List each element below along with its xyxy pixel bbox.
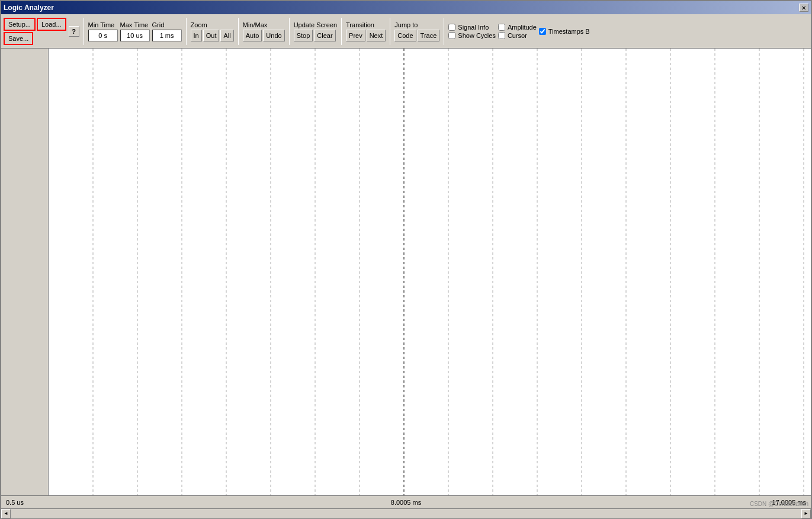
show-cycles-checkbox-item: Show Cycles [448,32,496,39]
divider-5 [341,18,342,45]
clear-button[interactable]: Clear [314,30,335,41]
scrollbar-area: ◄ ► [1,508,811,518]
amplitude-checkbox[interactable] [498,24,505,31]
jump-group: Jump to Code Trace [394,21,439,41]
divider-3 [238,18,239,45]
toolbar: Setup... Load... Save... ? Min Time 0 s … [1,14,811,49]
next-button[interactable]: Next [367,30,386,41]
transition-label: Transition [346,21,374,28]
zoom-buttons: In Out All [191,30,234,41]
code-trace-buttons: Code Trace [394,30,439,41]
jump-to-label: Jump to [394,21,418,28]
setup-load-row: Setup... Load... [4,18,66,31]
scroll-left-button[interactable]: ◄ [1,509,11,518]
amplitude-checkbox-item: Amplitude [498,24,537,31]
grid-value: 1 ms [152,30,182,41]
title-bar: Logic Analyzer ✕ [1,1,811,14]
trace-button[interactable]: Trace [418,30,440,41]
auto-button[interactable]: Auto [243,30,262,41]
zoom-out-button[interactable]: Out [203,30,220,41]
setup-button[interactable]: Setup... [4,18,36,31]
help-button[interactable]: ? [69,26,79,37]
main-window: Logic Analyzer ✕ Setup... Load... Save..… [0,0,812,519]
timestamps-checkbox-item: Timestamps B [539,28,590,35]
transition-group: Transition Prev Next [346,21,386,41]
prev-next-buttons: Prev Next [346,30,386,41]
min-time-group: Min Time 0 s [88,21,118,41]
min-time-label: Min Time [88,21,115,28]
zoom-all-button[interactable]: All [220,30,233,41]
divider-7 [444,18,444,45]
options-checkboxes-3: Timestamps B [539,28,590,35]
timestamps-checkbox[interactable] [539,28,546,35]
window-title: Logic Analyzer [4,4,54,12]
scrollbar-track[interactable] [11,509,801,518]
zoom-in-button[interactable]: In [191,30,202,41]
zoom-label: Zoom [191,21,207,28]
stop-button[interactable]: Stop [294,30,313,41]
options-checkboxes-2: Amplitude Cursor [498,24,537,39]
save-row: Save... [4,32,66,45]
stop-clear-buttons: Stop Clear [294,30,336,41]
divider-6 [390,18,390,45]
grid-label: Grid [152,21,165,28]
scroll-right-button[interactable]: ► [801,509,811,518]
grid-group: Grid 1 ms [152,21,182,41]
max-time-label: Max Time [120,21,149,28]
min-time-value: 0 s [88,30,118,41]
save-button[interactable]: Save... [4,32,33,45]
max-time-group: Max Time 10 us [120,21,150,41]
signal-labels-panel [1,49,49,495]
minmax-label: Min/Max [243,21,268,28]
time-center: 8.0005 ms [391,499,421,506]
undo-button[interactable]: Undo [263,30,284,41]
minmax-buttons: Auto Undo [243,30,285,41]
zoom-group: Zoom In Out All [191,21,234,41]
options-checkboxes: Signal Info Show Cycles [448,24,496,39]
minmax-group: Min/Max Auto Undo [243,21,285,41]
file-buttons-group: Setup... Load... Save... [4,18,66,45]
time-left: 0.5 us [6,499,24,506]
signal-info-checkbox-label: Signal Info [458,24,489,31]
watermark: CSDN @Constellation [750,501,808,507]
amplitude-checkbox-label: Amplitude [508,24,537,31]
code-button[interactable]: Code [394,30,416,41]
divider-2 [186,18,187,45]
load-button[interactable]: Load... [37,18,66,31]
waveform-area[interactable] [49,49,811,495]
show-cycles-checkbox[interactable] [448,32,455,39]
signal-area [1,49,811,495]
waveform-grid [49,49,811,495]
signal-info-checkbox[interactable] [448,24,455,31]
divider-4 [289,18,290,45]
divider-1 [84,18,84,45]
update-screen-label: Update Screen [294,21,337,28]
show-cycles-checkbox-label: Show Cycles [458,32,496,39]
cursor-checkbox-item: Cursor [498,32,537,39]
prev-button[interactable]: Prev [346,30,365,41]
cursor-checkbox-label: Cursor [508,32,527,39]
timestamps-checkbox-label: Timestamps B [548,28,590,35]
signal-info-checkbox-item: Signal Info [448,24,496,31]
time-bar: 0.5 us 8.0005 ms 17.0005 ms CSDN @Conste… [1,495,811,508]
close-button[interactable]: ✕ [799,4,808,12]
update-group: Update Screen Stop Clear [294,21,337,41]
max-time-value: 10 us [120,30,150,41]
cursor-checkbox[interactable] [498,32,505,39]
